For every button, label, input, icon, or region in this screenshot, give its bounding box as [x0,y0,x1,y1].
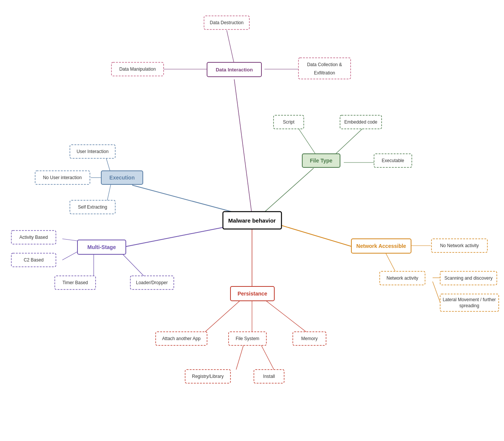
no-user-interaction-label: No User interaction [43,175,82,180]
data-manipulation-label: Data Manipulation [119,67,156,72]
persistance-label: Persistance [238,291,267,297]
memory-label: Memory [301,336,317,341]
attach-another-app-label: Attach another App [162,336,201,341]
svg-line-27 [260,342,274,370]
svg-line-12 [298,128,317,157]
multi-stage-label: Multi-Stage [87,244,116,250]
svg-rect-32 [298,58,351,79]
registry-library-label: Registry/Library [192,374,224,379]
svg-rect-50 [440,294,499,311]
svg-line-1 [132,185,246,215]
execution-label: Execution [110,175,135,181]
data-collection-label-2: Exfiltration [314,70,335,76]
embedded-code-label: Embedded code [344,119,377,125]
user-interaction-label: User Interaction [77,149,109,154]
file-system-label: File System [236,336,260,341]
executable-label: Executable [382,158,404,163]
data-destruction-label: Data Destruction [210,20,243,25]
data-collection-label-1: Data Collection & [307,62,342,67]
svg-line-26 [236,342,244,370]
svg-line-2 [261,168,314,215]
center-label: Malware behavior [228,217,276,224]
svg-line-13 [332,128,363,157]
install-label: Install [263,374,275,379]
script-label: Script [283,119,295,125]
lateral-movement-label-2: spreading [459,303,479,308]
svg-line-25 [261,297,306,332]
svg-line-6 [227,30,234,64]
svg-line-23 [205,297,244,332]
self-extracting-label: Self Extracting [78,204,107,210]
timer-based-label: Timer Based [62,280,88,285]
no-network-activity-label: No Network activity [440,243,479,248]
activity-based-label: Activity Based [19,235,48,240]
lateral-movement-label-1: Lateral Movement / further [443,297,496,302]
network-accessible-label: Network Accessible [356,243,406,249]
c2-based-label: C2 Based [24,257,44,263]
loader-dropper-label: Loader/Dropper [136,280,168,285]
svg-line-0 [234,79,252,215]
svg-line-22 [433,282,440,302]
scanning-discovery-label: Scanning and discovery [444,275,492,281]
network-activity-label: Network activity [387,275,418,281]
file-type-label: File Type [310,158,332,164]
data-interaction-label: Data Interaction [216,67,253,73]
